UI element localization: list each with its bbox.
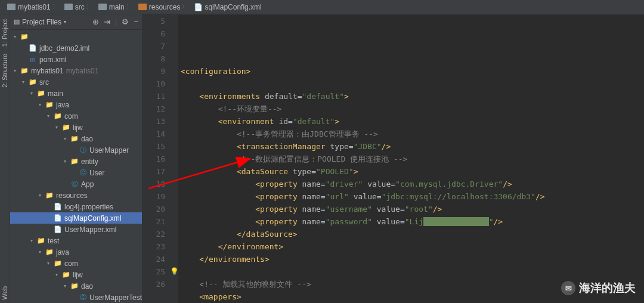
tree-item[interactable]: ▾📁mybatis01mybatis01 [10, 65, 142, 76]
breadcrumb: mybatis01〉 src〉 main〉 resources〉 📄sqlMap… [0, 0, 644, 14]
tree-item[interactable]: ▾📁lijw [10, 269, 142, 280]
tree-item[interactable]: mpom.xml [10, 54, 142, 65]
tree-item[interactable]: ⒸUserMapperTest [10, 292, 142, 303]
tree-item[interactable]: ▾📁java [10, 99, 142, 110]
line-gutter: 567891011121314151617181920212223242526 [143, 15, 170, 303]
tree-item[interactable]: ▾📁lijw [10, 122, 142, 133]
breadcrumb-item[interactable]: src〉 [62, 3, 96, 11]
side-tab-project[interactable]: 1: Project [0, 16, 10, 50]
tree-item[interactable]: ⒾUserMapper [10, 144, 142, 156]
breadcrumb-item[interactable]: main〉 [96, 3, 136, 11]
hide-icon[interactable]: − [134, 17, 138, 26]
tree-item[interactable]: ▾📁resources [10, 190, 142, 201]
tree-item[interactable]: 📄jdbc_demo2.iml [10, 42, 142, 54]
tool-window-bar-left: 1: Project 2: Structure Web [0, 14, 10, 303]
tree-item[interactable]: ▾📁dao [10, 133, 142, 144]
tree-item[interactable]: ▾📁com [10, 258, 142, 269]
collapse-icon[interactable]: ⇥ [104, 17, 110, 26]
tree-item[interactable]: ▾📁dao [10, 280, 142, 292]
tree-item[interactable]: 📄log4j.properties [10, 201, 142, 212]
fold-column [170, 15, 178, 303]
side-tab-structure[interactable]: 2: Structure [0, 50, 10, 91]
breadcrumb-item[interactable]: mybatis01〉 [5, 3, 62, 11]
chevron-down-icon: ▾ [64, 19, 66, 24]
tree-item[interactable]: ▾📁test [10, 235, 142, 246]
tree-item[interactable]: ▾📁entity [10, 156, 142, 167]
gear-icon[interactable]: ⚙ [122, 17, 129, 26]
divider-icon: | [115, 17, 117, 26]
tree-item[interactable]: ▾📁java [10, 246, 142, 258]
panel-title[interactable]: ▤ Project Files ▾ [14, 18, 92, 26]
tree-item[interactable]: 📄sqlMapConfig.xml [10, 212, 142, 224]
code-editor[interactable]: 567891011121314151617181920212223242526 … [143, 15, 644, 303]
breadcrumb-item[interactable]: 📄sqlMapConfig.xml [191, 3, 264, 11]
tree-item[interactable]: ▾📁src [10, 76, 142, 88]
intention-bulb-icon[interactable]: 💡 [170, 265, 179, 278]
code-content[interactable]: 💡 <configuration> <environments default=… [178, 15, 644, 303]
panel-header: ▤ Project Files ▾ ⊕ ⇥ | ⚙ − [10, 14, 142, 30]
tree-item[interactable]: 📄UserMapper.xml [10, 224, 142, 235]
tree-item[interactable]: ⒸApp [10, 178, 142, 190]
breadcrumb-item[interactable]: resources〉 [136, 3, 192, 11]
project-tree[interactable]: ▾📁📄jdbc_demo2.imlmpom.xml▾📁mybatis01myba… [10, 30, 142, 303]
target-icon[interactable]: ⊕ [92, 17, 99, 26]
tree-item[interactable]: ⒸUser [10, 167, 142, 178]
project-panel: ▤ Project Files ▾ ⊕ ⇥ | ⚙ − ▾📁📄jdbc_demo… [10, 14, 143, 303]
side-tab-web[interactable]: Web [0, 283, 10, 303]
tree-item[interactable]: ▾📁com [10, 110, 142, 122]
tree-item[interactable]: ▾📁main [10, 88, 142, 99]
tree-item[interactable]: ▾📁 [10, 31, 142, 42]
